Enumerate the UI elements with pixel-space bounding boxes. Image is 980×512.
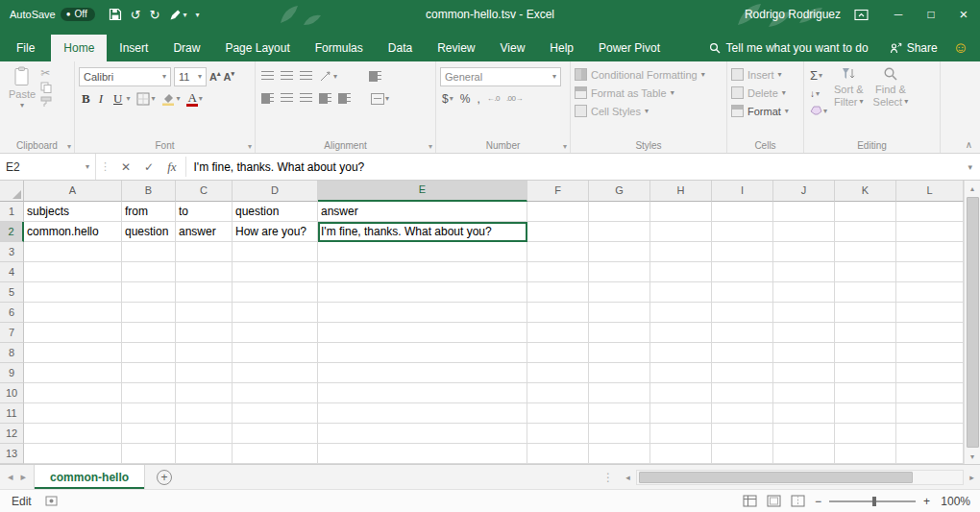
cell-D4[interactable] (233, 262, 318, 282)
cell-D10[interactable] (233, 383, 318, 403)
cell-L11[interactable] (896, 403, 964, 424)
column-header-G[interactable]: G (589, 181, 650, 202)
cell-A13[interactable] (24, 444, 122, 464)
cell-G1[interactable] (589, 202, 650, 222)
cell-E12[interactable] (318, 424, 527, 444)
cell-H8[interactable] (650, 343, 712, 363)
cell-J10[interactable] (773, 383, 835, 403)
cell-H11[interactable] (650, 403, 712, 424)
tab-help[interactable]: Help (537, 35, 586, 61)
cell-D1[interactable]: question (233, 202, 318, 222)
cell-G12[interactable] (589, 424, 650, 444)
cell-C2[interactable]: answer (176, 222, 233, 242)
cell-A12[interactable] (24, 424, 122, 444)
cell-E13[interactable] (318, 444, 527, 464)
share-button[interactable]: Share (878, 35, 949, 61)
select-all-corner[interactable] (0, 181, 24, 202)
align-left-button[interactable] (259, 89, 276, 109)
cell-A6[interactable] (24, 303, 122, 323)
page-break-view-button[interactable] (791, 495, 805, 507)
cell-H1[interactable] (650, 202, 712, 222)
font-size-combo[interactable]: 11 ▾ (174, 67, 207, 86)
cell-H6[interactable] (650, 303, 712, 323)
cell-G4[interactable] (589, 262, 650, 282)
cell-C12[interactable] (176, 424, 233, 444)
cell-L4[interactable] (896, 262, 964, 282)
cell-E4[interactable] (318, 262, 527, 282)
cell-J8[interactable] (773, 343, 835, 363)
cell-G6[interactable] (589, 303, 650, 323)
cell-F13[interactable] (527, 444, 589, 464)
formula-bar-drag-handle[interactable]: ⋮ (96, 154, 114, 180)
row-header-3[interactable]: 3 (0, 242, 24, 262)
cell-J2[interactable] (773, 222, 835, 242)
cell-styles-button[interactable]: Cell Styles ▾ (575, 102, 723, 120)
cell-C1[interactable]: to (176, 202, 233, 222)
cell-L6[interactable] (896, 303, 964, 323)
cell-E2[interactable]: I'm fine, thanks. What about you? (318, 222, 527, 242)
column-header-D[interactable]: D (233, 181, 318, 202)
cell-K10[interactable] (835, 383, 896, 403)
cell-G13[interactable] (589, 444, 650, 464)
cell-A5[interactable] (24, 282, 122, 303)
cell-L1[interactable] (896, 202, 964, 222)
cell-I9[interactable] (712, 363, 773, 383)
cell-J3[interactable] (773, 242, 835, 262)
scroll-left-icon[interactable]: ◂ (620, 473, 636, 482)
cell-C8[interactable] (176, 343, 233, 363)
redo-icon[interactable]: ↻ (150, 9, 160, 21)
decrease-decimal-button[interactable]: .00→ (504, 89, 525, 109)
cell-F6[interactable] (527, 303, 589, 323)
cell-E3[interactable] (318, 242, 527, 262)
cell-L7[interactable] (896, 323, 964, 343)
delete-cells-button[interactable]: Delete ▾ (731, 84, 799, 102)
tab-file[interactable]: File (0, 35, 51, 61)
format-cells-button[interactable]: Format ▾ (731, 102, 799, 120)
clipboard-dialog-launcher-icon[interactable]: ▾ (67, 142, 71, 151)
cell-B9[interactable] (122, 363, 176, 383)
cell-I1[interactable] (712, 202, 773, 222)
cell-C6[interactable] (176, 303, 233, 323)
increase-font-size-button[interactable]: A▴ (209, 70, 220, 83)
row-header-13[interactable]: 13 (0, 444, 24, 464)
ink-mode-button[interactable]: ▾ (169, 9, 187, 21)
cell-F1[interactable] (527, 202, 589, 222)
horizontal-scrollbar[interactable]: ◂ ▸ (620, 465, 980, 489)
column-header-I[interactable]: I (712, 181, 773, 202)
cell-E11[interactable] (318, 403, 527, 424)
cell-E7[interactable] (318, 323, 527, 343)
zoom-level[interactable]: 100% (938, 495, 970, 508)
cell-K9[interactable] (835, 363, 896, 383)
cell-J13[interactable] (773, 444, 835, 464)
cell-D6[interactable] (233, 303, 318, 323)
cell-A10[interactable] (24, 383, 122, 403)
cell-L3[interactable] (896, 242, 964, 262)
decrease-font-size-button[interactable]: A▾ (223, 70, 233, 83)
cell-G9[interactable] (589, 363, 650, 383)
cell-I4[interactable] (712, 262, 773, 282)
insert-function-button[interactable]: fx (160, 154, 183, 180)
column-header-L[interactable]: L (896, 181, 964, 202)
cell-B8[interactable] (122, 343, 176, 363)
cell-H12[interactable] (650, 424, 712, 444)
cell-H3[interactable] (650, 242, 712, 262)
cell-J6[interactable] (773, 303, 835, 323)
cell-D13[interactable] (233, 444, 318, 464)
cell-G11[interactable] (589, 403, 650, 424)
borders-button[interactable]: ▾ (135, 89, 157, 109)
column-header-C[interactable]: C (176, 181, 233, 202)
row-header-11[interactable]: 11 (0, 403, 24, 424)
cell-J11[interactable] (773, 403, 835, 424)
expand-formula-bar-icon[interactable]: ▾ (960, 154, 980, 180)
scroll-down-icon[interactable]: ▾ (965, 449, 980, 464)
scroll-right-icon[interactable]: ▸ (964, 473, 980, 482)
sheet-bar-drag-handle[interactable]: ⋮ (597, 465, 620, 489)
scroll-up-icon[interactable]: ▴ (965, 181, 980, 196)
cell-I5[interactable] (712, 282, 773, 303)
cell-H4[interactable] (650, 262, 712, 282)
cell-J5[interactable] (773, 282, 835, 303)
merge-center-button[interactable]: ▾ (369, 89, 391, 109)
zoom-slider-thumb[interactable] (872, 497, 876, 506)
align-middle-button[interactable] (279, 67, 295, 86)
cell-J7[interactable] (773, 323, 835, 343)
